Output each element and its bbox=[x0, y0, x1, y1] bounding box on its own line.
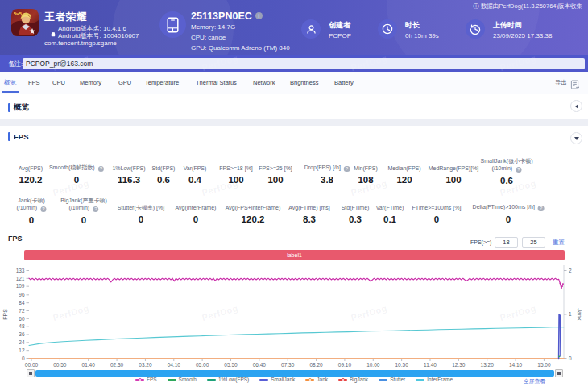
svg-text:00:50: 00:50 bbox=[53, 362, 67, 368]
tab-battery[interactable]: Battery bbox=[334, 72, 354, 94]
legend-stutter[interactable]: Stutter bbox=[379, 377, 405, 382]
section-accent-bar-fps bbox=[8, 132, 10, 141]
tab-temperature[interactable]: Temperature bbox=[145, 72, 179, 94]
tab-thermal-status[interactable]: Thermal Status bbox=[196, 72, 237, 94]
legend-marker bbox=[207, 377, 216, 382]
fps-threshold-input-2[interactable] bbox=[522, 237, 545, 248]
tab-cpu[interactable]: CPU bbox=[52, 72, 65, 94]
legend-marker bbox=[259, 377, 268, 382]
help-icon[interactable]: ? bbox=[516, 167, 522, 173]
stat-r1-0: Avg(FPS)120.2 bbox=[19, 158, 43, 185]
fps-collapse-button[interactable] bbox=[570, 132, 582, 144]
stat-r1-4: Var(FPS)0.4 bbox=[184, 158, 207, 185]
stat-label: Delta(FTime)>100ms [/h] ? bbox=[473, 198, 545, 211]
device-model-text: 25113PN0EC bbox=[191, 10, 252, 22]
stat-r1-1: Smooth(稳帧指数) ?0 bbox=[49, 158, 104, 185]
help-icon[interactable]: ? bbox=[538, 206, 545, 212]
app-icon-badge-text: 5v5 bbox=[14, 11, 23, 16]
help-icon[interactable]: ? bbox=[40, 206, 47, 213]
tab-gpu[interactable]: GPU bbox=[118, 72, 131, 94]
export-button[interactable]: 导出 bbox=[555, 72, 567, 94]
report-header: ⓘ 数据由PerfDog(11.3.250764)版本收集 5v5 王者荣耀 bbox=[0, 0, 588, 55]
collapse-left-icon bbox=[575, 104, 578, 109]
svg-text:15:00: 15:00 bbox=[537, 362, 551, 368]
svg-text:12:30: 12:30 bbox=[452, 362, 466, 368]
tab-network[interactable]: Network bbox=[253, 72, 275, 94]
legend-label: InterFrame bbox=[427, 377, 453, 382]
scrollbar-handle-square bbox=[29, 372, 32, 375]
tab-概览[interactable]: 概览 bbox=[4, 72, 16, 94]
chart-legend: FPSSmooth1%Low(FPS)SmallJankJankBigJankS… bbox=[0, 377, 588, 382]
tab-fps[interactable]: FPS bbox=[28, 72, 40, 94]
svg-text:0: 0 bbox=[22, 356, 25, 361]
fullscreen-link[interactable]: 全屏查看 bbox=[524, 377, 545, 385]
stat-value: 0 bbox=[49, 175, 104, 185]
svg-text:07:30: 07:30 bbox=[281, 362, 295, 368]
metric-tabbar: 概览FPSCPUMemoryGPUTemperatureThermal Stat… bbox=[0, 72, 588, 94]
legend-1-low-fps-[interactable]: 1%Low(FPS) bbox=[207, 377, 249, 382]
fps-section-header: FPS bbox=[8, 132, 28, 141]
tab-brightness[interactable]: Brightness bbox=[290, 72, 318, 94]
help-icon[interactable]: ? bbox=[98, 166, 105, 173]
svg-text:04:10: 04:10 bbox=[168, 362, 181, 368]
export-icon[interactable] bbox=[570, 78, 580, 88]
tab-memory[interactable]: Memory bbox=[80, 72, 101, 94]
svg-text:84: 84 bbox=[19, 300, 25, 306]
stat-r2-6: Std(FTime)0.3 bbox=[342, 198, 370, 224]
stat-value: 120 bbox=[387, 175, 420, 185]
legend-smooth[interactable]: Smooth bbox=[168, 377, 197, 382]
svg-text:05:00: 05:00 bbox=[196, 362, 209, 368]
reset-button[interactable]: 重置 bbox=[553, 237, 565, 248]
stat-value: 100 bbox=[429, 175, 479, 185]
stat-value: 0 bbox=[473, 214, 545, 224]
scrollbar-thumb[interactable] bbox=[35, 370, 554, 377]
stat-label: FPS>=18 [%] bbox=[219, 158, 253, 172]
device-info-icon[interactable]: i bbox=[255, 12, 263, 19]
upload-time-icon bbox=[466, 19, 485, 39]
svg-text:01:40: 01:40 bbox=[82, 362, 96, 368]
stat-value: 100 bbox=[219, 175, 253, 185]
help-icon[interactable]: ? bbox=[344, 166, 350, 173]
stat-value: 0.3 bbox=[342, 214, 370, 224]
svg-text:60: 60 bbox=[19, 316, 25, 322]
stat-r1-5: FPS>=18 [%]100 bbox=[219, 158, 253, 185]
svg-text:13:20: 13:20 bbox=[481, 362, 495, 368]
app-package: com.tencent.tmgp.sgame bbox=[44, 40, 117, 47]
fps-section-title: FPS bbox=[14, 132, 28, 141]
stat-value: 0 bbox=[60, 215, 107, 225]
svg-text:72: 72 bbox=[19, 308, 25, 314]
legend-interframe[interactable]: InterFrame bbox=[416, 377, 453, 382]
fps-threshold-input-1[interactable] bbox=[495, 237, 518, 248]
stat-label: Avg(FPS) bbox=[19, 158, 43, 172]
svg-text:11:40: 11:40 bbox=[424, 362, 437, 368]
legend-smalljank[interactable]: SmallJank bbox=[259, 377, 295, 382]
svg-text:24: 24 bbox=[19, 339, 25, 345]
svg-text:14:10: 14:10 bbox=[509, 362, 523, 368]
legend-label: Jank bbox=[317, 377, 328, 382]
stat-label: Median(FPS) bbox=[387, 158, 420, 172]
svg-text:12: 12 bbox=[19, 347, 25, 353]
stat-label: Std(FTime) bbox=[342, 198, 370, 211]
svg-text:05:50: 05:50 bbox=[224, 362, 238, 368]
legend-bigjank[interactable]: BigJank bbox=[338, 377, 368, 382]
overview-collapse-button[interactable] bbox=[570, 100, 582, 112]
stat-value: 0.6 bbox=[481, 176, 533, 185]
legend-label: FPS bbox=[147, 377, 157, 382]
legend-marker bbox=[416, 377, 424, 382]
stat-r1-6: FPS>=25 [%]100 bbox=[259, 158, 292, 185]
help-icon[interactable]: ? bbox=[93, 206, 99, 213]
scrollbar-handle-square bbox=[557, 372, 561, 375]
fps-line-chart[interactable]: 1331211099684726048362412021000:0000:500… bbox=[0, 260, 588, 369]
stat-value: 0 bbox=[176, 214, 217, 224]
legend-label: Smooth bbox=[179, 377, 197, 382]
overview-section-card: 概览 bbox=[0, 94, 588, 119]
stat-label: Var(FPS) bbox=[184, 158, 207, 172]
upload-time-value: 23/09/2025 17:33:38 bbox=[493, 32, 552, 40]
legend-fps[interactable]: FPS bbox=[135, 377, 157, 382]
legend-jank[interactable]: Jank bbox=[305, 377, 328, 382]
stat-label: Jank(卡顿)(/10min) ? bbox=[16, 198, 46, 212]
stat-label: Std(FPS) bbox=[152, 158, 176, 172]
device-memory: Memory: 14.7G bbox=[191, 23, 235, 31]
note-input[interactable] bbox=[23, 58, 585, 69]
stat-r1-10: MedRange(FPS)[%]100 bbox=[429, 158, 479, 185]
